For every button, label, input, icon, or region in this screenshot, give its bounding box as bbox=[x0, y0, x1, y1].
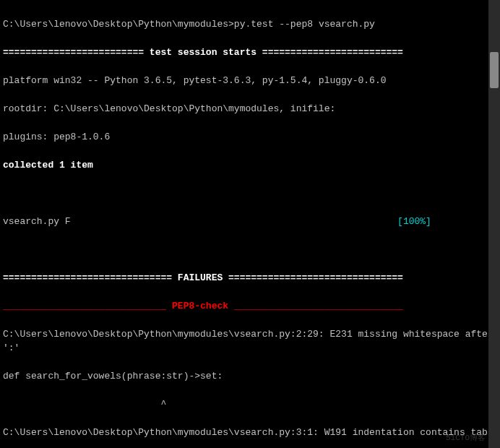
error-marker: ^ bbox=[3, 397, 497, 412]
command-line: C:\Users\lenovo\Desktop\Python\mymodules… bbox=[3, 17, 497, 32]
session-divider: ========================= test session s… bbox=[3, 46, 497, 60]
scrollbar-thumb[interactable] bbox=[490, 52, 499, 88]
test-file: vsearch.py F bbox=[3, 216, 71, 227]
test-percent: [100%] bbox=[397, 216, 431, 227]
error-code: def search_for_vowels(phrase:str)->set: bbox=[3, 369, 497, 384]
rootdir-info: rootdir: C:\Users\lenovo\Desktop\Python\… bbox=[3, 102, 497, 116]
error-location: C:\Users\lenovo\Desktop\Python\mymodules… bbox=[3, 327, 497, 356]
failures-divider: ============================== FAILURES … bbox=[3, 271, 497, 285]
plugins-info: plugins: pep8-1.0.6 bbox=[3, 130, 497, 145]
platform-info: platform win32 -- Python 3.6.5, pytest-3… bbox=[3, 74, 497, 88]
command-text: py.test --pep8 vsearch.py bbox=[234, 19, 375, 30]
terminal-output[interactable]: C:\Users\lenovo\Desktop\Python\mymodules… bbox=[3, 3, 497, 448]
test-result-line: vsearch.py F [100%] bbox=[3, 215, 497, 229]
collected-info: collected 1 item bbox=[3, 158, 497, 173]
pep8-check-divider: _____________________________ PEP8-check… bbox=[3, 299, 497, 314]
watermark: 51CTO博客 bbox=[446, 432, 486, 444]
error-location: C:\Users\lenovo\Desktop\Python\mymodules… bbox=[3, 426, 497, 440]
scrollbar[interactable] bbox=[488, 0, 500, 448]
prompt-path: C:\Users\lenovo\Desktop\Python\mymodules… bbox=[3, 19, 234, 30]
